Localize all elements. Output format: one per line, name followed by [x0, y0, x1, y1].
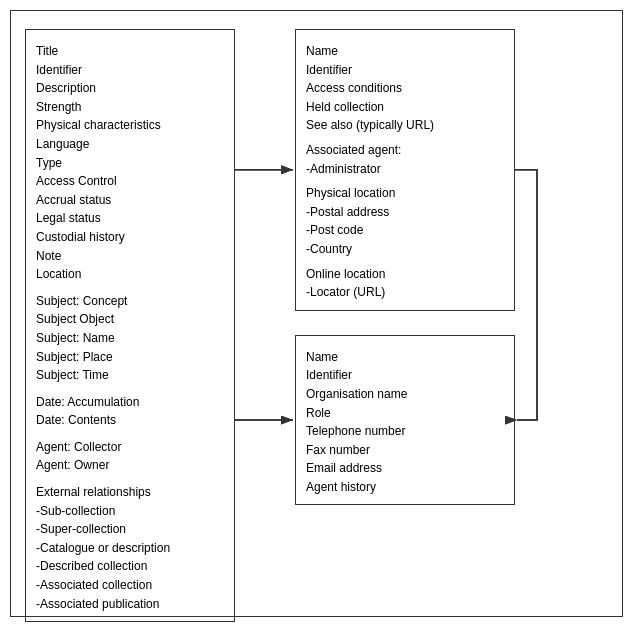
diagram-container: TitleIdentifierDescriptionStrengthPhysic… [11, 11, 622, 616]
arrows-svg [11, 11, 622, 616]
diagram-border: TitleIdentifierDescriptionStrengthPhysic… [10, 10, 623, 617]
